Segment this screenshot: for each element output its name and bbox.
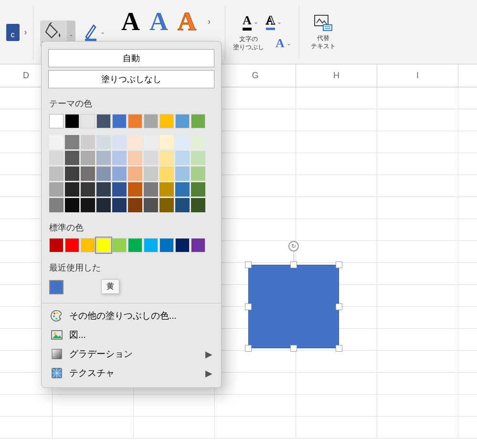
theme-tint-swatch[interactable] xyxy=(49,198,64,212)
theme-color-swatch[interactable] xyxy=(128,114,142,128)
resize-handle[interactable] xyxy=(336,261,342,268)
theme-tint-swatch[interactable] xyxy=(144,135,158,149)
theme-tint-swatch[interactable] xyxy=(65,135,79,149)
standard-color-swatch[interactable] xyxy=(175,238,190,252)
theme-tint-swatch[interactable] xyxy=(96,135,111,149)
no-fill-button[interactable]: 塗りつぶしなし xyxy=(48,70,214,88)
chevron-down-icon[interactable]: ⌄ xyxy=(277,19,282,25)
theme-tint-swatch[interactable] xyxy=(144,198,158,212)
theme-color-swatch[interactable] xyxy=(81,114,95,128)
chevron-down-icon[interactable]: ⌄ xyxy=(286,40,291,47)
shape-rectangle[interactable] xyxy=(248,265,339,348)
theme-tint-swatch[interactable] xyxy=(128,135,142,149)
chevron-right-icon[interactable]: › xyxy=(208,17,211,27)
theme-tint-swatch[interactable] xyxy=(112,167,127,181)
text-fill-button[interactable]: A xyxy=(243,13,252,31)
more-colors-menu[interactable]: その他の塗りつぶしの色... xyxy=(42,306,221,325)
rotation-handle[interactable]: ↻ xyxy=(288,241,299,251)
theme-tint-swatch[interactable] xyxy=(96,182,111,197)
theme-tint-swatch[interactable] xyxy=(175,135,190,149)
resize-handle[interactable] xyxy=(245,261,252,268)
recent-color-swatch[interactable] xyxy=(49,280,64,294)
theme-tint-swatch[interactable] xyxy=(175,167,190,181)
theme-tint-swatch[interactable] xyxy=(81,198,95,212)
standard-color-swatch[interactable] xyxy=(191,238,205,252)
wordart-style-blue[interactable]: A xyxy=(149,7,168,36)
theme-tint-swatch[interactable] xyxy=(159,135,174,149)
abc-button[interactable]: c xyxy=(6,24,20,41)
theme-tint-swatch[interactable] xyxy=(159,182,174,197)
theme-tint-swatch[interactable] xyxy=(175,198,190,212)
auto-fill-button[interactable]: 自動 xyxy=(48,49,214,67)
theme-tint-swatch[interactable] xyxy=(144,167,158,181)
theme-color-swatch[interactable] xyxy=(159,114,174,128)
theme-tint-swatch[interactable] xyxy=(65,151,79,165)
theme-tint-swatch[interactable] xyxy=(112,182,127,197)
theme-tint-swatch[interactable] xyxy=(191,182,205,197)
theme-tint-swatch[interactable] xyxy=(159,198,174,212)
theme-tint-swatch[interactable] xyxy=(191,135,205,149)
theme-tint-swatch[interactable] xyxy=(81,167,95,181)
theme-color-swatch[interactable] xyxy=(112,114,127,128)
theme-tint-swatch[interactable] xyxy=(96,198,111,212)
resize-handle[interactable] xyxy=(336,303,342,310)
theme-tint-swatch[interactable] xyxy=(49,151,64,165)
resize-handle[interactable] xyxy=(336,345,342,352)
alt-text-icon[interactable] xyxy=(314,14,333,31)
picture-menu[interactable]: 図... xyxy=(42,325,221,344)
theme-tint-swatch[interactable] xyxy=(96,151,111,165)
resize-handle[interactable] xyxy=(245,303,252,310)
standard-color-swatch[interactable] xyxy=(49,238,64,252)
theme-tint-swatch[interactable] xyxy=(112,151,127,165)
theme-tint-swatch[interactable] xyxy=(175,151,190,165)
column-header[interactable]: H xyxy=(296,64,377,87)
theme-tint-swatch[interactable] xyxy=(175,182,190,197)
theme-color-swatch[interactable] xyxy=(144,114,158,128)
standard-color-swatch[interactable] xyxy=(96,238,111,252)
theme-tint-swatch[interactable] xyxy=(191,167,205,181)
theme-color-swatch[interactable] xyxy=(65,114,79,128)
theme-tint-swatch[interactable] xyxy=(128,167,142,181)
theme-tint-swatch[interactable] xyxy=(81,182,95,197)
wordart-style-black[interactable]: A xyxy=(121,7,140,36)
standard-color-swatch[interactable] xyxy=(144,238,158,252)
gradient-menu[interactable]: グラデーション ▶ xyxy=(42,344,221,364)
theme-tint-swatch[interactable] xyxy=(81,151,95,165)
theme-tint-swatch[interactable] xyxy=(49,135,64,149)
theme-tint-swatch[interactable] xyxy=(65,167,79,181)
standard-color-swatch[interactable] xyxy=(128,238,142,252)
theme-tint-swatch[interactable] xyxy=(144,151,158,165)
theme-tint-swatch[interactable] xyxy=(128,151,142,165)
standard-color-swatch[interactable] xyxy=(65,238,79,252)
text-effects-button[interactable]: A xyxy=(276,36,285,51)
wordart-style-orange[interactable]: A xyxy=(178,7,196,36)
resize-handle[interactable] xyxy=(245,345,252,352)
shape-outline-button[interactable]: ⌄ xyxy=(82,21,107,43)
text-outline-button[interactable]: A xyxy=(266,13,275,30)
theme-tint-swatch[interactable] xyxy=(128,198,142,212)
theme-tint-swatch[interactable] xyxy=(65,198,79,212)
theme-tint-swatch[interactable] xyxy=(96,167,111,181)
chevron-down-icon[interactable]: ⌄ xyxy=(254,19,258,25)
theme-tint-swatch[interactable] xyxy=(191,151,205,165)
theme-tint-swatch[interactable] xyxy=(65,182,79,197)
selected-shape[interactable]: ↻ xyxy=(248,265,339,348)
theme-tint-swatch[interactable] xyxy=(159,151,174,165)
column-header[interactable]: G xyxy=(215,64,296,87)
theme-tint-swatch[interactable] xyxy=(49,182,64,197)
resize-handle[interactable] xyxy=(290,261,297,268)
theme-color-swatch[interactable] xyxy=(96,114,111,128)
theme-color-swatch[interactable] xyxy=(191,114,205,128)
theme-tint-swatch[interactable] xyxy=(112,135,127,149)
theme-tint-swatch[interactable] xyxy=(112,198,127,212)
chevron-right-icon[interactable]: › xyxy=(24,27,27,37)
standard-color-swatch[interactable] xyxy=(112,238,127,252)
theme-color-swatch[interactable] xyxy=(175,114,190,128)
column-header[interactable]: I xyxy=(377,64,458,87)
theme-tint-swatch[interactable] xyxy=(81,135,95,149)
theme-tint-swatch[interactable] xyxy=(144,182,158,197)
theme-tint-swatch[interactable] xyxy=(49,167,64,181)
standard-color-swatch[interactable] xyxy=(159,238,174,252)
theme-tint-swatch[interactable] xyxy=(191,198,205,212)
theme-tint-swatch[interactable] xyxy=(128,182,142,197)
